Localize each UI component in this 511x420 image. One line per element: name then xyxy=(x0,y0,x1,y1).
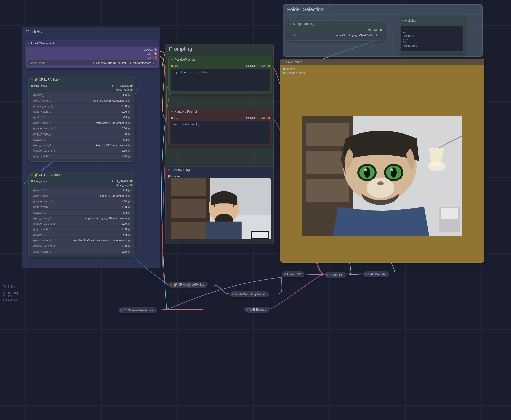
node-positive-prompt[interactable]: PositivePrompt clip CONDITIONING a yello… xyxy=(168,56,272,94)
prev-arrow-icon[interactable]: ◀ xyxy=(33,99,35,102)
port-icon[interactable] xyxy=(130,184,133,186)
prev-arrow-icon[interactable]: ◀ xyxy=(33,105,35,108)
widget-clip-weight-1[interactable]: ◀clip_weight_11.00▶ xyxy=(31,109,133,114)
port-icon[interactable] xyxy=(171,117,173,119)
collapse-icon[interactable] xyxy=(31,79,33,80)
node-model-sampling[interactable]: ModelSamplingDiscret xyxy=(230,291,269,297)
port-icon[interactable] xyxy=(283,68,286,70)
prev-arrow-icon[interactable]: ◀ xyxy=(33,94,35,97)
widget-clip-weight-1[interactable]: ◀clip_weight_11.00▶ xyxy=(31,204,133,209)
node-available[interactable]: Available list your folders here for ref… xyxy=(398,17,465,53)
next-arrow-icon[interactable]: ▶ xyxy=(128,200,130,203)
widget-lora-name-2[interactable]: ◀lora_name_2singlelineartStyle_v10.safet… xyxy=(31,216,133,221)
negative-prompt-textarea[interactable]: text, watermark, xyxy=(171,121,270,144)
next-arrow-icon[interactable]: ▶ xyxy=(128,122,130,124)
prev-arrow-icon[interactable]: ◀ xyxy=(33,200,35,203)
widget-model-weight-1[interactable]: ◀model_weight_11.00▶ xyxy=(31,104,133,109)
widget-clip-weight-3[interactable]: ◀clip_weight_31.00▶ xyxy=(31,154,133,159)
prev-arrow-icon[interactable]: ◀ xyxy=(33,250,35,253)
next-arrow-icon[interactable]: ▶ xyxy=(153,62,155,64)
widget-switch-1[interactable]: ◀switch_1Off▶ xyxy=(31,188,133,193)
node-preview-image[interactable]: Preview Image images xyxy=(165,166,273,241)
collapse-icon[interactable] xyxy=(283,61,285,63)
widget-switch-3[interactable]: ◀switch_3Off▶ xyxy=(31,232,133,237)
widget-switch-1[interactable]: ◀switch_1On▶ xyxy=(31,92,133,98)
node-lora-stack-1[interactable]: 🌈 CR LoRA Stack lora_stack LORA_STACK sh… xyxy=(28,76,135,162)
widget-model-weight-2[interactable]: ◀model_weight_20.80▶ xyxy=(31,126,133,131)
port-icon[interactable] xyxy=(380,29,382,31)
prev-arrow-icon[interactable]: ◀ xyxy=(33,110,35,113)
widget-model-weight-3[interactable]: ◀model_weight_31.00▶ xyxy=(31,148,133,153)
port-icon[interactable] xyxy=(171,65,173,67)
prev-arrow-icon[interactable]: ◀ xyxy=(33,122,35,124)
next-arrow-icon[interactable]: ▶ xyxy=(128,133,130,136)
next-arrow-icon[interactable]: ▶ xyxy=(128,138,130,141)
node-freeu[interactable]: FreeU_V2 xyxy=(282,271,305,277)
port-icon[interactable] xyxy=(154,52,157,55)
next-arrow-icon[interactable]: ▶ xyxy=(128,189,130,192)
prev-arrow-icon[interactable]: ◀ xyxy=(33,234,35,236)
next-arrow-icon[interactable]: ▶ xyxy=(128,239,130,242)
widget-value[interactable]: value stream/%date:yyyy-MM-dd%/%date xyxy=(289,33,382,38)
widget-switch-2[interactable]: ◀switch_2Off▶ xyxy=(31,115,133,120)
prev-arrow-icon[interactable]: ◀ xyxy=(33,239,35,242)
widget-lora-name-1[interactable]: ◀lora_name_1Ghibli_v4.safetensors▶ xyxy=(31,193,133,198)
next-arrow-icon[interactable]: ▶ xyxy=(128,99,130,102)
next-arrow-icon[interactable]: ▶ xyxy=(128,222,130,225)
next-arrow-icon[interactable]: ▶ xyxy=(128,195,130,197)
widget-clip-weight-2[interactable]: ◀clip_weight_21.00▶ xyxy=(31,227,133,232)
prev-arrow-icon[interactable]: ◀ xyxy=(33,116,35,119)
port-icon[interactable] xyxy=(130,89,133,91)
widget-switch-2[interactable]: ◀switch_2Off▶ xyxy=(31,210,133,215)
collapse-icon[interactable] xyxy=(168,169,170,171)
port-icon[interactable] xyxy=(130,180,133,182)
port-icon[interactable] xyxy=(130,85,133,87)
port-icon[interactable] xyxy=(31,180,33,182)
prev-arrow-icon[interactable]: ◀ xyxy=(33,189,35,192)
prev-arrow-icon[interactable]: ◀ xyxy=(33,228,35,231)
next-arrow-icon[interactable]: ▶ xyxy=(128,149,130,152)
prev-arrow-icon[interactable]: ◀ xyxy=(33,222,35,225)
widget-lora-name-3[interactable]: ◀lora_name_3voxMachinaStyleLora_season1.… xyxy=(31,238,133,243)
node-vae-encode[interactable]: VAE Encode xyxy=(244,307,270,313)
collapse-icon[interactable] xyxy=(28,43,30,44)
prev-arrow-icon[interactable]: ◀ xyxy=(33,144,35,147)
next-arrow-icon[interactable]: ▶ xyxy=(128,127,130,130)
node-ksampler[interactable]: KSampler xyxy=(324,272,346,278)
collapse-icon[interactable] xyxy=(401,20,403,21)
collapse-icon[interactable] xyxy=(171,111,173,112)
collapse-icon[interactable] xyxy=(171,59,173,60)
next-arrow-icon[interactable]: ▶ xyxy=(128,206,130,208)
next-arrow-icon[interactable]: ▶ xyxy=(128,228,130,231)
node-lora-stack-2[interactable]: 🌈 CR LoRA Stack lora_stack LORA_STACK sh… xyxy=(28,171,135,257)
widget-lora-name-2[interactable]: ◀lora_name_2watercolorV1.safetensors▶ xyxy=(31,120,133,125)
next-arrow-icon[interactable]: ▶ xyxy=(128,250,130,253)
widget-clip-weight-2[interactable]: ◀clip_weight_20.80▶ xyxy=(31,131,133,137)
positive-prompt-textarea[interactable]: a yellow pixar kitten xyxy=(171,69,270,92)
next-arrow-icon[interactable]: ▶ xyxy=(128,155,130,158)
prev-arrow-icon[interactable]: ◀ xyxy=(33,127,35,130)
widget-clip-weight-3[interactable]: ◀clip_weight_31.00▶ xyxy=(31,249,133,254)
node-vae-decode[interactable]: VAE Decode xyxy=(363,271,389,277)
next-arrow-icon[interactable]: ▶ xyxy=(128,94,130,97)
prev-arrow-icon[interactable]: ◀ xyxy=(33,138,35,141)
widget-ckpt-name[interactable]: ◀ ckpt_name lucianosb\CartoonPhotoMix_fi… xyxy=(28,60,157,65)
prev-arrow-icon[interactable]: ◀ xyxy=(33,149,35,152)
next-arrow-icon[interactable]: ▶ xyxy=(128,116,130,119)
prev-arrow-icon[interactable]: ◀ xyxy=(33,206,35,208)
node-cr-apply-lora[interactable]: 🌈 CR Apply LoRA Sta xyxy=(168,282,208,288)
port-icon[interactable] xyxy=(268,65,270,67)
widget-lora-name-1[interactable]: ◀lora_name_1lcm-lora-sdv15.safetensors▶ xyxy=(31,98,133,103)
next-arrow-icon[interactable]: ▶ xyxy=(128,245,130,247)
collapse-icon[interactable] xyxy=(31,174,33,176)
prev-arrow-icon[interactable]: ◀ xyxy=(33,195,35,197)
port-icon[interactable] xyxy=(154,48,157,51)
widget-model-weight-3[interactable]: ◀model_weight_31.00▶ xyxy=(31,243,133,249)
next-arrow-icon[interactable]: ▶ xyxy=(128,234,130,236)
next-arrow-icon[interactable]: ▶ xyxy=(128,144,130,147)
port-icon[interactable] xyxy=(31,85,33,87)
widget-lora-name-3[interactable]: ◀lora_name_3AlanLeeV1.1.safetensors▶ xyxy=(31,143,133,148)
widget-model-weight-1[interactable]: ◀model_weight_11.00▶ xyxy=(31,199,133,204)
prev-arrow-icon[interactable]: ◀ xyxy=(33,155,35,158)
collapse-icon[interactable] xyxy=(290,23,291,25)
